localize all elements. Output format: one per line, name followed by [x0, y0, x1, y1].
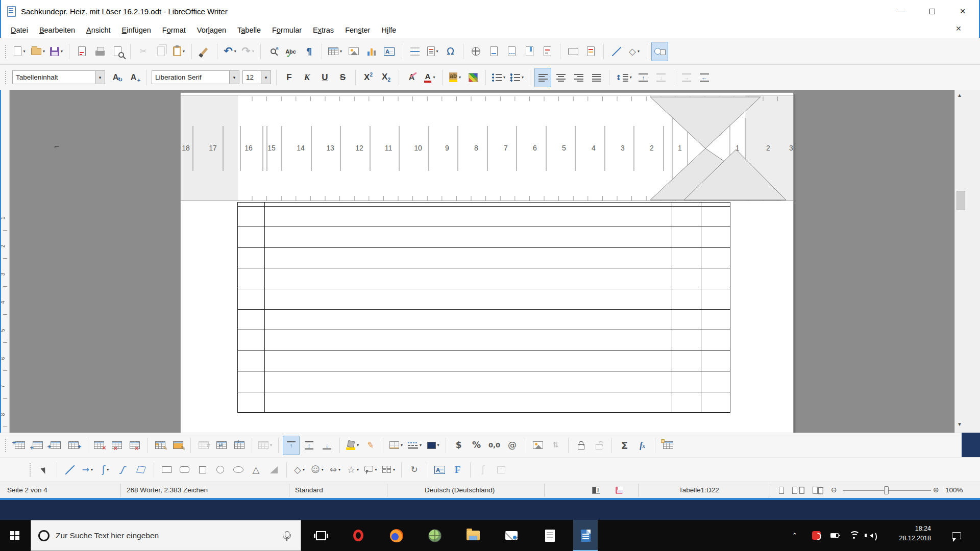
table-cell[interactable] [238, 371, 264, 391]
table-cell[interactable] [701, 227, 730, 247]
edit-points-button[interactable]: ʃ [475, 460, 492, 480]
volume-icon[interactable] [864, 520, 879, 551]
track-changes-button[interactable] [582, 42, 599, 61]
table-cell[interactable] [265, 310, 672, 330]
dropdown-arrow-icon[interactable]: ▾ [252, 49, 254, 54]
line-spacing-button[interactable]: ↕▾ [614, 68, 634, 87]
dropdown-arrow-icon[interactable]: ▾ [375, 467, 377, 472]
table-cell[interactable] [672, 310, 701, 330]
line-arrow-button[interactable]: →▾ [79, 460, 96, 480]
insert-caption-button[interactable] [529, 436, 546, 455]
table-cell[interactable] [701, 289, 730, 309]
dropdown-arrow-icon[interactable]: ▾ [23, 49, 25, 54]
insert-line-button[interactable] [608, 42, 625, 61]
zoom-slider-thumb[interactable] [884, 486, 889, 494]
block-arrows-button[interactable]: ⇔▾ [327, 460, 344, 480]
para-space-decrease-button[interactable]: ↓ [653, 68, 670, 87]
dropdown-arrow-icon[interactable]: ▾ [322, 467, 324, 472]
insert-hyperlink-button[interactable] [468, 42, 484, 61]
border-style-button[interactable]: ▾ [406, 436, 424, 455]
insert-field-button[interactable]: ▾ [424, 42, 441, 61]
table-cell[interactable] [701, 310, 730, 330]
dropdown-arrow-icon[interactable]: ▾ [229, 71, 239, 84]
select-table-button[interactable]: ✎ [169, 436, 186, 455]
scroll-down-icon[interactable]: ▼ [957, 421, 962, 427]
cortana-icon[interactable] [38, 530, 50, 541]
cut-button[interactable]: ✂ [135, 42, 152, 61]
toolbar-grip[interactable] [5, 45, 6, 58]
search-input[interactable] [56, 531, 280, 540]
undo-button[interactable]: ↶▾ [222, 42, 238, 61]
dropdown-arrow-icon[interactable]: ▾ [91, 467, 93, 472]
maximize-button[interactable] [917, 0, 947, 22]
special-character-button[interactable]: Ω [442, 42, 459, 61]
wifi-icon[interactable] [846, 520, 862, 551]
callouts-button[interactable]: ▾ [362, 460, 379, 480]
new-style-button[interactable]: A+ [125, 68, 142, 87]
insert-row-below-button[interactable]: + [29, 436, 46, 455]
rotate-button[interactable]: ↻ [406, 460, 423, 480]
scroll-up-icon[interactable]: ▲ [957, 92, 962, 98]
dropdown-arrow-icon[interactable]: ▾ [630, 75, 632, 80]
font-name-combo[interactable]: Liberation Serif▾ [152, 70, 239, 84]
table-cell[interactable] [701, 248, 730, 268]
table-cell[interactable] [701, 207, 730, 227]
bullet-list-button[interactable]: ▾ [490, 68, 507, 87]
open-button[interactable]: ▾ [29, 42, 47, 61]
taskbar-clock[interactable]: 18:24 28.12.2018 [899, 524, 931, 544]
font-size-combo[interactable]: 12▾ [242, 70, 271, 84]
menu-einfgen[interactable]: Einfügen [116, 24, 157, 36]
find-replace-button[interactable]: a [265, 42, 282, 61]
document-table[interactable] [237, 202, 730, 413]
insert-footnote-button[interactable] [485, 42, 502, 61]
dropdown-arrow-icon[interactable]: ▾ [437, 443, 439, 447]
autoformat-styles-button[interactable]: ✎ [362, 436, 379, 455]
formula-button[interactable]: fx [634, 436, 651, 455]
table-cell[interactable] [265, 289, 672, 309]
dropdown-arrow-icon[interactable]: ▾ [340, 49, 342, 54]
table-cell[interactable] [238, 207, 264, 227]
insert-cross-reference-button[interactable] [539, 42, 556, 61]
table-properties-button[interactable] [659, 436, 676, 455]
fontwork-button[interactable]: F [449, 460, 466, 480]
align-center-button[interactable] [552, 68, 569, 87]
dropdown-arrow-icon[interactable]: ▾ [503, 75, 505, 80]
polygon-button[interactable] [133, 460, 150, 480]
update-style-button[interactable]: A↻ [107, 68, 124, 87]
dropdown-arrow-icon[interactable]: ▾ [261, 71, 271, 84]
number-format-button[interactable]: @ [504, 436, 521, 455]
insert-row-above-button[interactable]: + [11, 436, 28, 455]
insert-text-box-button[interactable]: A [381, 42, 398, 61]
multi-page-view-icon[interactable] [792, 487, 797, 494]
redo-button[interactable]: ↷▾ [239, 42, 256, 61]
table-cell[interactable] [265, 207, 672, 227]
insert-column-after-button[interactable]: + [65, 436, 82, 455]
table-cell[interactable] [265, 268, 672, 288]
zoom-out-icon[interactable]: ⊖ [831, 486, 837, 494]
table-cell[interactable] [701, 392, 730, 412]
align-left-button[interactable] [534, 68, 551, 87]
status-cell-reference[interactable]: Tabelle1:D22 [679, 486, 719, 494]
center-vertically-button[interactable]: ↕ [301, 436, 317, 455]
unsaved-changes-icon[interactable] [616, 487, 623, 494]
menu-formular[interactable]: Formular [266, 24, 307, 36]
table-cell[interactable] [238, 203, 264, 206]
currency-format-button[interactable]: $ [450, 436, 467, 455]
basic-shapes-button[interactable]: ◇▾ [626, 42, 643, 61]
ellipse-button[interactable] [230, 460, 247, 480]
status-page-style[interactable]: Standard [295, 486, 323, 494]
insert-chart-button[interactable] [363, 42, 380, 61]
taskbar-search[interactable] [31, 520, 301, 551]
strikethrough-button[interactable]: S [334, 68, 351, 87]
flowchart-button[interactable]: ▾ [380, 460, 397, 480]
taskbar-app-task-view[interactable] [309, 520, 333, 551]
delete-table-button[interactable]: × [126, 436, 143, 455]
avira-tray-icon[interactable] [808, 520, 824, 551]
table-cell[interactable] [238, 392, 264, 412]
circle-button[interactable] [212, 460, 229, 480]
table-cell[interactable] [701, 330, 730, 350]
print-preview-button[interactable] [109, 42, 126, 61]
table-cell[interactable] [672, 203, 701, 206]
taskbar-app-document-app[interactable] [537, 520, 562, 551]
menu-hilfe[interactable]: Hilfe [376, 24, 402, 36]
